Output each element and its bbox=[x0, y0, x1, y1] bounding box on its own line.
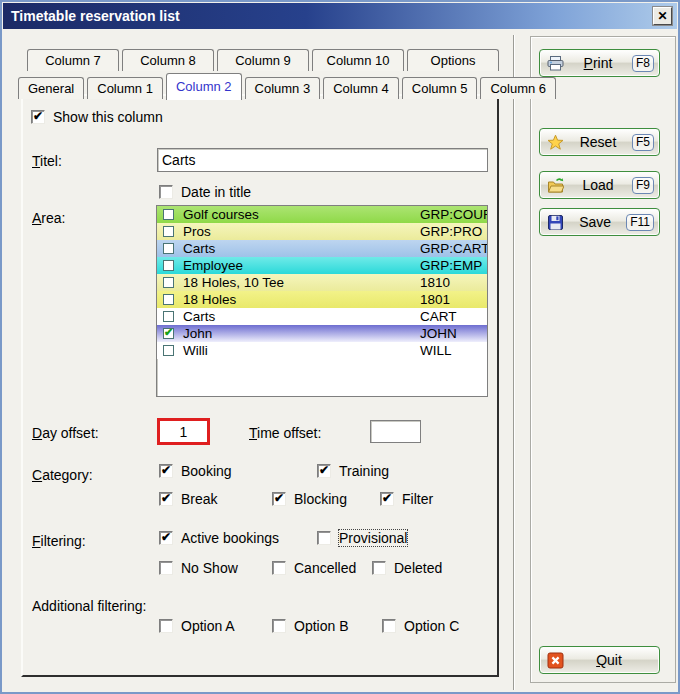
list-item-checkbox[interactable] bbox=[163, 226, 174, 237]
tab-column-4[interactable]: Column 4 bbox=[323, 77, 399, 99]
checkbox-box[interactable] bbox=[159, 492, 173, 506]
time-offset-input[interactable] bbox=[370, 420, 421, 443]
list-item[interactable]: CartsCART bbox=[157, 308, 487, 325]
checkbox-label: Booking bbox=[181, 463, 232, 479]
checkbox-box[interactable] bbox=[382, 619, 396, 633]
list-item[interactable]: CartsGRP:CART bbox=[157, 240, 487, 257]
day-offset-label: Day offset: bbox=[32, 425, 99, 441]
list-item[interactable]: 18 Holes, 10 Tee1810 bbox=[157, 274, 487, 291]
close-icon[interactable]: ✕ bbox=[653, 7, 672, 25]
tab-options[interactable]: Options bbox=[407, 49, 499, 71]
list-item-checkbox[interactable] bbox=[163, 345, 174, 356]
list-item-checkbox[interactable] bbox=[163, 243, 174, 254]
checkbox-box[interactable] bbox=[272, 492, 286, 506]
list-item-name: Pros bbox=[183, 224, 211, 239]
open-folder-icon bbox=[547, 177, 564, 194]
tab-row-top: Column 7Column 8Column 9Column 10Options bbox=[27, 49, 499, 72]
break-checkbox[interactable]: Break bbox=[159, 491, 218, 507]
list-item[interactable]: 18 Holes1801 bbox=[157, 291, 487, 308]
tab-column-5[interactable]: Column 5 bbox=[402, 77, 478, 99]
list-item-checkbox[interactable] bbox=[163, 311, 174, 322]
checkbox-box[interactable] bbox=[372, 561, 386, 575]
deleted-checkbox[interactable]: Deleted bbox=[372, 560, 442, 576]
checkbox-box[interactable] bbox=[317, 531, 331, 545]
training-checkbox[interactable]: Training bbox=[317, 463, 389, 479]
tab-column-8[interactable]: Column 8 bbox=[122, 49, 214, 71]
filter-checkbox[interactable]: Filter bbox=[380, 491, 433, 507]
reset-button[interactable]: Reset F5 bbox=[539, 128, 660, 156]
list-item[interactable]: JohnJOHN bbox=[157, 325, 487, 342]
date-in-title-checkbox[interactable]: Date in title bbox=[159, 184, 251, 200]
tab-column-7[interactable]: Column 7 bbox=[27, 49, 119, 71]
list-item-checkbox[interactable] bbox=[163, 328, 174, 339]
cancelled-checkbox[interactable]: Cancelled bbox=[272, 560, 356, 576]
checkbox-box[interactable] bbox=[159, 185, 173, 199]
list-item-code: JOHN bbox=[420, 325, 457, 342]
checkbox-box[interactable] bbox=[159, 464, 173, 478]
list-item[interactable]: EmployeeGRP:EMP bbox=[157, 257, 487, 274]
active-bookings-checkbox[interactable]: Active bookings bbox=[159, 530, 279, 546]
printer-icon bbox=[547, 55, 564, 72]
checkbox-label: Active bookings bbox=[181, 530, 279, 546]
list-item-name: Employee bbox=[183, 258, 243, 273]
checkbox-box[interactable] bbox=[159, 531, 173, 545]
checkbox-box[interactable] bbox=[272, 619, 286, 633]
reset-button-label: Reset bbox=[564, 134, 632, 150]
checkbox-box[interactable] bbox=[380, 492, 394, 506]
checkbox-box[interactable] bbox=[31, 110, 45, 124]
print-button[interactable]: Print F8 bbox=[539, 49, 660, 77]
load-button[interactable]: Load F9 bbox=[539, 171, 660, 199]
quit-x-icon bbox=[547, 652, 564, 669]
booking-checkbox[interactable]: Booking bbox=[159, 463, 232, 479]
show-this-column-checkbox[interactable]: Show this column bbox=[31, 109, 163, 125]
list-item-checkbox[interactable] bbox=[163, 277, 174, 288]
title-bar: Timetable reservation list bbox=[3, 3, 677, 29]
area-list[interactable]: Golf coursesGRP:COURProsGRP:PROCartsGRP:… bbox=[156, 205, 488, 397]
checkbox-label: Cancelled bbox=[294, 560, 356, 576]
day-offset-input[interactable] bbox=[157, 418, 210, 445]
print-button-label: Print bbox=[564, 55, 632, 71]
no-show-checkbox[interactable]: No Show bbox=[159, 560, 238, 576]
list-item-checkbox[interactable] bbox=[163, 209, 174, 220]
titel-input[interactable] bbox=[157, 148, 488, 172]
checkbox-label: Training bbox=[339, 463, 389, 479]
tab-row-bottom: GeneralColumn 1Column 2Column 3Column 4C… bbox=[18, 72, 499, 99]
checkbox-label: Filter bbox=[402, 491, 433, 507]
blocking-checkbox[interactable]: Blocking bbox=[272, 491, 347, 507]
option-a-checkbox[interactable]: Option A bbox=[159, 618, 235, 634]
list-item[interactable]: Golf coursesGRP:COUR bbox=[157, 206, 487, 223]
titel-label: Titel: bbox=[32, 153, 62, 169]
area-label: Area: bbox=[32, 210, 65, 226]
load-button-label: Load bbox=[564, 177, 632, 193]
list-item-code: 1801 bbox=[420, 291, 450, 308]
checkbox-box[interactable] bbox=[159, 619, 173, 633]
tab-column-9[interactable]: Column 9 bbox=[217, 49, 309, 71]
tab-column-3[interactable]: Column 3 bbox=[245, 77, 321, 99]
list-item-code: 1810 bbox=[420, 274, 450, 291]
checkbox-box[interactable] bbox=[159, 561, 173, 575]
checkbox-box[interactable] bbox=[317, 464, 331, 478]
load-fkey-badge: F9 bbox=[632, 177, 654, 194]
list-item[interactable]: ProsGRP:PRO bbox=[157, 223, 487, 240]
provisional-checkbox[interactable]: Provisional bbox=[317, 530, 407, 546]
list-item-code: CART bbox=[420, 308, 457, 325]
tab-general[interactable]: General bbox=[18, 77, 84, 99]
option-c-checkbox[interactable]: Option C bbox=[382, 618, 459, 634]
list-item-name: Willi bbox=[183, 343, 208, 358]
additional-filtering-label: Additional filtering: bbox=[32, 598, 146, 614]
time-offset-label: Time offset: bbox=[249, 425, 321, 441]
reset-fkey-badge: F5 bbox=[632, 134, 654, 151]
tab-column-10[interactable]: Column 10 bbox=[312, 49, 404, 71]
list-item-checkbox[interactable] bbox=[163, 294, 174, 305]
tab-column-2[interactable]: Column 2 bbox=[166, 73, 242, 100]
tab-column-1[interactable]: Column 1 bbox=[87, 77, 163, 99]
option-b-checkbox[interactable]: Option B bbox=[272, 618, 348, 634]
save-button[interactable]: Save F11 bbox=[539, 208, 660, 236]
print-fkey-badge: F8 bbox=[632, 55, 654, 72]
checkbox-box[interactable] bbox=[272, 561, 286, 575]
tab-column-6[interactable]: Column 6 bbox=[480, 77, 556, 99]
list-item[interactable]: WilliWILL bbox=[157, 342, 487, 359]
quit-button[interactable]: Quit bbox=[539, 646, 660, 674]
list-item-code: WILL bbox=[420, 342, 452, 359]
list-item-checkbox[interactable] bbox=[163, 260, 174, 271]
